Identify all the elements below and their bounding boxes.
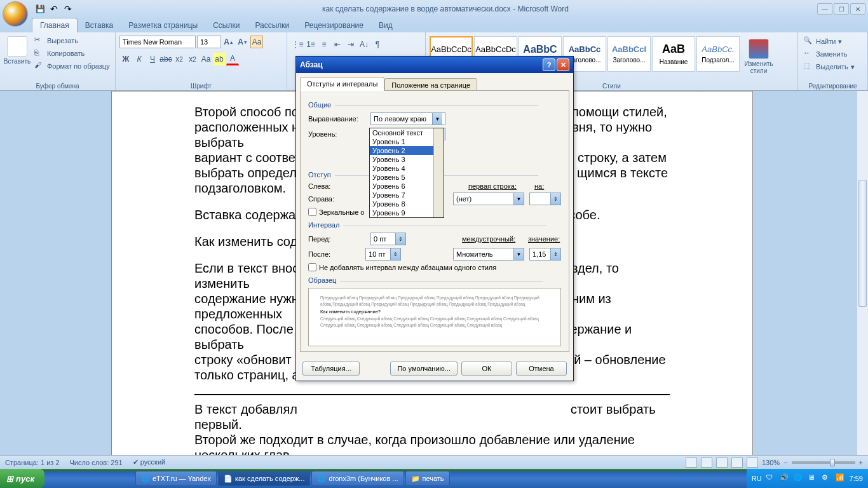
font-size-combo[interactable]: [197, 36, 221, 48]
cut-button[interactable]: Вырезать: [33, 35, 111, 46]
underline-icon[interactable]: Ч: [146, 53, 159, 65]
ql-icon[interactable]: [104, 472, 117, 485]
no-space-same-style-check[interactable]: Не добавлять интервал между абзацами одн…: [308, 263, 561, 271]
taskbar-item[interactable]: 📄 как сделать содерж...: [218, 471, 311, 486]
status-page[interactable]: Страница: 1 из 2: [5, 459, 60, 466]
tray-lang[interactable]: RU: [752, 475, 762, 482]
level-option[interactable]: Уровень 4: [370, 164, 444, 173]
style-heading3[interactable]: AaBbCcIЗаголово...: [607, 36, 651, 72]
default-button[interactable]: По умолчанию...: [390, 362, 458, 376]
style-title[interactable]: АаВНазвание: [652, 36, 695, 72]
line-spacing-combo[interactable]: ▼: [453, 248, 524, 261]
increase-indent-icon[interactable]: ⇥: [344, 38, 357, 51]
format-painter-button[interactable]: Формат по образцу: [33, 60, 111, 72]
minimize-button[interactable]: —: [817, 3, 832, 15]
highlight-icon[interactable]: ab: [213, 53, 226, 65]
tray-icon[interactable]: 📶: [836, 473, 846, 484]
superscript-icon[interactable]: x2: [186, 53, 199, 65]
tab-indents[interactable]: Отступы и интервалы: [300, 77, 384, 91]
undo-icon[interactable]: [48, 3, 60, 15]
zoom-in-icon[interactable]: +: [859, 459, 863, 466]
at-spinner[interactable]: ⇕: [529, 248, 561, 261]
tab-references[interactable]: Ссылки: [205, 18, 247, 32]
change-styles-button[interactable]: Изменить стили: [741, 36, 776, 74]
redo-icon[interactable]: [62, 3, 74, 15]
tabs-button[interactable]: Табуляция...: [302, 362, 360, 376]
level-option[interactable]: Уровень 6: [370, 182, 444, 191]
tab-mailings[interactable]: Рассылки: [247, 18, 297, 32]
taskbar-item[interactable]: 🌐 dronx3m (Бунчиков ...: [311, 471, 403, 486]
office-button[interactable]: [3, 1, 28, 27]
status-lang[interactable]: ✔ русский: [133, 458, 166, 466]
maximize-button[interactable]: ☐: [834, 3, 849, 15]
subscript-icon[interactable]: x2: [173, 53, 186, 65]
level-option[interactable]: Уровень 2: [370, 146, 444, 155]
tray-icon[interactable]: 🌐: [794, 473, 804, 484]
dropdown-scrollbar[interactable]: [433, 128, 444, 217]
view-outline-icon[interactable]: [731, 458, 743, 468]
font-name-combo[interactable]: [119, 36, 196, 48]
tab-home[interactable]: Главная: [32, 18, 78, 32]
spinner-icon[interactable]: ⇕: [550, 248, 560, 260]
show-marks-icon[interactable]: ¶: [371, 38, 384, 51]
tray-icon[interactable]: 🖥: [808, 473, 818, 484]
tab-page-layout[interactable]: Разметка страницы: [121, 18, 205, 32]
tab-insert[interactable]: Вставка: [78, 18, 121, 32]
start-button[interactable]: ⊞ пуск: [0, 469, 44, 488]
by-spinner[interactable]: ⇕: [529, 193, 561, 205]
sort-icon[interactable]: A↓: [358, 38, 370, 51]
spinner-icon[interactable]: ⇕: [390, 248, 400, 260]
replace-button[interactable]: Заменить: [802, 48, 864, 60]
tray-icon[interactable]: 🛡: [766, 473, 776, 484]
ql-icon[interactable]: [76, 472, 89, 485]
font-color-icon[interactable]: A: [226, 53, 239, 65]
change-case-icon[interactable]: Aa: [200, 53, 212, 65]
tab-view[interactable]: Вид: [371, 18, 400, 32]
find-button[interactable]: Найти ▾: [802, 36, 864, 47]
zoom-out-icon[interactable]: −: [783, 459, 787, 466]
ql-icon[interactable]: [62, 472, 75, 485]
level-option[interactable]: Уровень 3: [370, 155, 444, 164]
alignment-combo[interactable]: ▼: [370, 112, 445, 125]
level-option[interactable]: Уровень 8: [370, 200, 444, 208]
decrease-indent-icon[interactable]: ⇤: [331, 38, 344, 51]
level-option[interactable]: Уровень 5: [370, 173, 444, 182]
italic-icon[interactable]: К: [133, 53, 146, 65]
view-print-layout-icon[interactable]: [686, 458, 697, 468]
dialog-help-button[interactable]: ?: [543, 58, 555, 71]
tray-icon[interactable]: 🔊: [780, 473, 790, 484]
dialog-close-button[interactable]: ✕: [557, 58, 569, 71]
style-subtitle[interactable]: AaBbCc.Подзагол...: [696, 36, 740, 72]
ok-button[interactable]: ОК: [461, 362, 512, 376]
dialog-titlebar[interactable]: Абзац ? ✕: [296, 57, 573, 73]
scroll-thumb[interactable]: [858, 180, 867, 307]
grow-font-icon[interactable]: A▲: [222, 36, 235, 48]
bold-icon[interactable]: Ж: [119, 53, 132, 65]
chevron-down-icon[interactable]: ▼: [432, 113, 442, 125]
level-option[interactable]: Основной текст: [370, 128, 444, 137]
first-line-combo[interactable]: ▼: [453, 193, 524, 205]
taskbar-item[interactable]: 🌐 eTXT.ru — Yandex: [135, 471, 217, 486]
clear-format-icon[interactable]: Aa: [250, 36, 263, 48]
tab-review[interactable]: Рецензирование: [297, 18, 371, 32]
ql-icon[interactable]: [118, 472, 131, 485]
chevron-down-icon[interactable]: ▼: [513, 193, 524, 205]
close-button[interactable]: ✕: [850, 3, 865, 15]
view-full-screen-icon[interactable]: [701, 458, 712, 468]
copy-button[interactable]: Копировать: [33, 48, 111, 59]
spinner-icon[interactable]: ⇕: [550, 193, 560, 205]
after-spinner[interactable]: ⇕: [365, 248, 401, 261]
select-button[interactable]: Выделить ▾: [802, 61, 864, 72]
multilevel-icon[interactable]: ≡: [318, 38, 330, 51]
level-dropdown-list[interactable]: Основной текст Уровень 1 Уровень 2 Урове…: [369, 128, 444, 218]
status-words[interactable]: Число слов: 291: [70, 459, 123, 466]
view-web-icon[interactable]: [716, 458, 728, 468]
strike-icon[interactable]: abc: [159, 53, 172, 65]
zoom-slider[interactable]: [792, 461, 855, 464]
zoom-level[interactable]: 130%: [762, 459, 780, 466]
shrink-font-icon[interactable]: A▼: [236, 36, 249, 48]
paste-button[interactable]: Вставить: [4, 34, 31, 65]
chevron-down-icon[interactable]: ▼: [513, 248, 524, 260]
level-option[interactable]: Уровень 1: [370, 137, 444, 146]
cancel-button[interactable]: Отмена: [516, 362, 567, 376]
